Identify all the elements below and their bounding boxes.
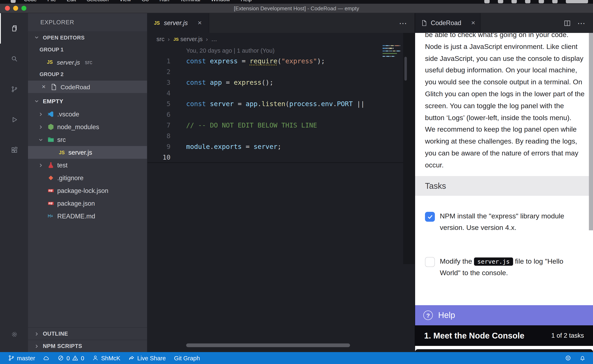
code-line-7[interactable]: 7// -- DO NOT EDIT BELOW THIS LINE bbox=[147, 120, 415, 131]
tree-item-src[interactable]: src bbox=[28, 133, 147, 146]
menu-selection[interactable]: Selection bbox=[87, 0, 109, 3]
menu-extra-icon[interactable] bbox=[525, 0, 530, 3]
status-problems[interactable]: 00 bbox=[54, 352, 88, 364]
menu-file[interactable]: File bbox=[47, 0, 56, 3]
code-line-4[interactable]: 4 bbox=[147, 88, 415, 99]
code-text: module.exports = server; bbox=[186, 142, 281, 152]
status-git-graph[interactable]: Git Graph bbox=[170, 352, 204, 364]
chevron-down-icon bbox=[33, 98, 40, 104]
question-icon: ? bbox=[423, 311, 433, 320]
activity-search[interactable] bbox=[0, 44, 28, 74]
breadcrumb-item-src[interactable]: src bbox=[156, 36, 165, 42]
menu-extra-icon[interactable] bbox=[539, 0, 544, 3]
menu-help[interactable]: Help bbox=[241, 0, 252, 3]
status-account[interactable]: ShMcK bbox=[88, 352, 125, 364]
status-sync[interactable] bbox=[39, 352, 54, 364]
code-line-9[interactable]: 9module.exports = server; bbox=[147, 142, 415, 152]
code-line-5[interactable]: 5const server = app.listen(process.env.P… bbox=[147, 99, 415, 109]
status-feedback[interactable] bbox=[561, 352, 575, 364]
code-line-3[interactable]: 3const app = express(); bbox=[147, 77, 415, 88]
menubar-clock[interactable] bbox=[566, 0, 588, 3]
chevron-right-icon[interactable] bbox=[37, 111, 45, 117]
open-editors-header[interactable]: OPEN EDITORS bbox=[28, 31, 147, 44]
code-lines[interactable]: 1const express = require("express");23co… bbox=[147, 56, 415, 163]
tree-item-node_modules[interactable]: node_modules bbox=[28, 121, 147, 133]
activity-run-debug[interactable] bbox=[0, 104, 28, 135]
js-file-icon: JS bbox=[58, 150, 66, 155]
checkbox-checked[interactable] bbox=[425, 212, 435, 222]
menu-view[interactable]: View bbox=[120, 0, 131, 3]
code-line-10[interactable]: 10 bbox=[147, 152, 415, 163]
menu-window[interactable]: Window bbox=[211, 0, 230, 3]
coderoad-webview: be able to check what’s going on in your… bbox=[415, 33, 593, 352]
breadcrumb-item-file[interactable]: JS server.js bbox=[173, 36, 203, 42]
code-text: // -- DO NOT EDIT BELOW THIS LINE bbox=[186, 120, 317, 131]
code-line-8[interactable]: 8 bbox=[147, 131, 415, 142]
menu-run[interactable]: Run bbox=[159, 0, 169, 3]
npm-file-icon bbox=[47, 187, 54, 194]
editor-scrollbar-track[interactable] bbox=[403, 33, 415, 264]
tree-item--gitignore[interactable]: .gitignore bbox=[28, 171, 147, 184]
open-editor-coderoad[interactable]: ×CodeRoad bbox=[28, 81, 147, 93]
menu-go[interactable]: Go bbox=[142, 0, 149, 3]
apple-menu-icon[interactable] bbox=[11, 0, 16, 3]
breadcrumb-item-symbol[interactable]: … bbox=[211, 36, 217, 42]
activity-source-control[interactable] bbox=[0, 74, 28, 104]
checkbox-unchecked[interactable] bbox=[425, 257, 435, 267]
breadcrumb-separator: › bbox=[206, 36, 208, 42]
editor-scrollbar-thumb[interactable] bbox=[404, 57, 407, 81]
menu-extra-icon[interactable] bbox=[498, 0, 503, 3]
close-icon[interactable]: × bbox=[198, 19, 202, 27]
close-window-button[interactable] bbox=[5, 6, 10, 11]
tree-root-header[interactable]: EMPTY bbox=[28, 95, 147, 108]
lesson-paragraph: We recommend to keep the log panel open … bbox=[425, 124, 585, 171]
activity-explorer[interactable] bbox=[0, 13, 28, 44]
status-branch[interactable]: master bbox=[4, 352, 39, 364]
sidebar-item-outline[interactable]: OUTLINE bbox=[28, 327, 147, 340]
open-editor-server-js[interactable]: JSserver.jssrc bbox=[28, 56, 147, 68]
tree-item-package-lock-json[interactable]: package-lock.json bbox=[28, 184, 147, 197]
code-text: const server = app.listen(process.env.PO… bbox=[186, 99, 365, 109]
chevron-right-icon[interactable] bbox=[37, 124, 45, 130]
menu-extra-icon[interactable] bbox=[512, 0, 517, 3]
more-actions-icon[interactable]: ⋯ bbox=[577, 18, 586, 28]
menu-code[interactable]: Code bbox=[24, 0, 37, 3]
js-file-icon: JS bbox=[173, 37, 179, 42]
horizontal-scrollbar-thumb[interactable] bbox=[186, 344, 350, 347]
tree-item-test[interactable]: test bbox=[28, 159, 147, 171]
status-live-share[interactable]: Live Share bbox=[124, 352, 170, 364]
tab-server-js[interactable]: JS server.js × bbox=[147, 13, 209, 33]
open-editors-section: OPEN EDITORS GROUP 1JSserver.jssrcGROUP … bbox=[28, 31, 147, 93]
line-number: 6 bbox=[147, 109, 171, 120]
code-line-1[interactable]: 1const express = require("express"); bbox=[147, 56, 415, 67]
minimap[interactable] bbox=[383, 45, 401, 58]
minimize-window-button[interactable] bbox=[13, 6, 18, 11]
tree-item-readme-md[interactable]: README.md bbox=[28, 210, 147, 222]
chevron-right-icon[interactable] bbox=[37, 162, 45, 168]
tree-item-server-js[interactable]: JSserver.js bbox=[28, 146, 147, 159]
tree-item--vscode[interactable]: .vscode bbox=[28, 108, 147, 121]
panel-scrollbar-thumb[interactable] bbox=[589, 33, 593, 230]
tab-coderoad[interactable]: CodeRoad × bbox=[415, 13, 480, 33]
chevron-down-icon[interactable] bbox=[37, 137, 45, 143]
split-editor-icon[interactable] bbox=[564, 20, 571, 26]
next-section-strip bbox=[415, 349, 593, 352]
tree-item-label: README.md bbox=[57, 212, 95, 220]
sidebar-item-npm-scripts[interactable]: NPM SCRIPTS bbox=[28, 340, 147, 352]
status-notifications[interactable] bbox=[575, 352, 590, 364]
menu-terminal[interactable]: Terminal bbox=[180, 0, 200, 3]
menu-extra-icon[interactable] bbox=[552, 0, 558, 3]
more-actions-icon[interactable]: ⋯ bbox=[399, 18, 407, 28]
help-section-header[interactable]: ? Help bbox=[415, 305, 593, 325]
code-line-2[interactable]: 2 bbox=[147, 67, 415, 77]
zoom-window-button[interactable] bbox=[21, 6, 26, 11]
tree-item-package-json[interactable]: package.json bbox=[28, 197, 147, 210]
activity-settings[interactable] bbox=[0, 319, 28, 350]
menu-extra-icon[interactable] bbox=[484, 0, 490, 3]
code-line-6[interactable]: 6 bbox=[147, 109, 415, 120]
activity-extensions[interactable] bbox=[0, 135, 28, 165]
menu-edit[interactable]: Edit bbox=[67, 0, 76, 3]
lesson-header[interactable]: 1. Meet the Node Console 1 of 2 tasks bbox=[415, 325, 593, 346]
close-icon[interactable]: × bbox=[40, 83, 47, 91]
close-icon[interactable]: × bbox=[471, 19, 475, 27]
